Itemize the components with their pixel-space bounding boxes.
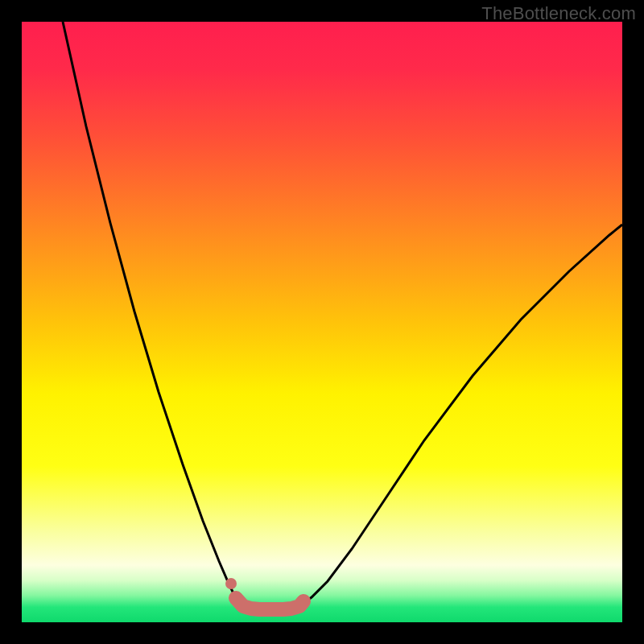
- bottleneck-curve-left: [63, 22, 258, 609]
- marker-dot-icon: [225, 578, 237, 589]
- bottom-marker-segment: [236, 598, 303, 609]
- watermark-text: TheBottleneck.com: [481, 3, 636, 24]
- chart-plot: [22, 22, 622, 622]
- chart-frame: [22, 22, 622, 622]
- bottleneck-curve-right: [291, 225, 622, 609]
